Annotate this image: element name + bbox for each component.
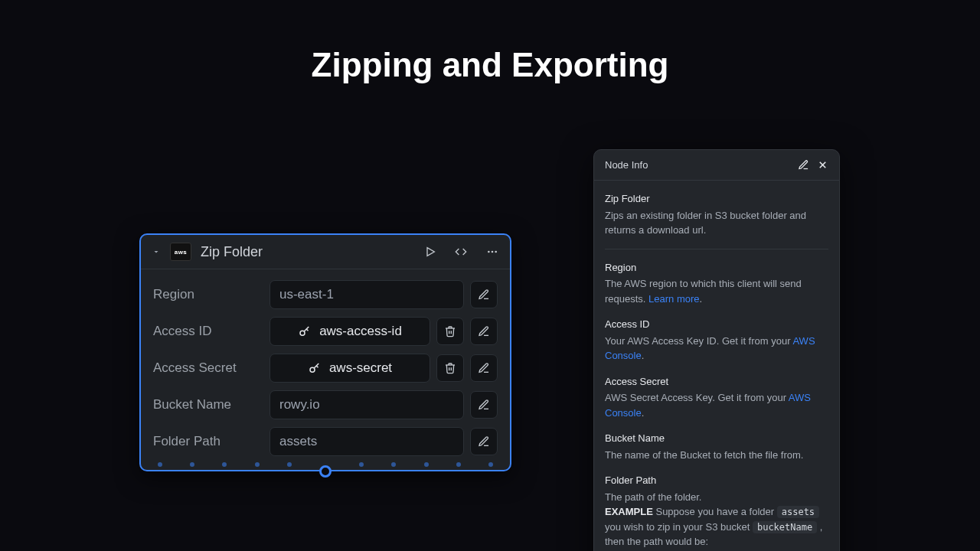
- access-secret-value: aws-secret: [329, 360, 392, 376]
- port-dot[interactable]: [255, 462, 260, 467]
- port-dot[interactable]: [488, 462, 493, 467]
- region-label: Region: [153, 287, 259, 302]
- access-id-value: aws-access-id: [319, 324, 402, 339]
- access-secret-input[interactable]: aws-secret: [270, 354, 430, 383]
- page-title: Zipping and Exporting: [0, 46, 980, 84]
- svg-point-4: [300, 331, 305, 335]
- row-access-id: Access ID aws-access-id: [153, 317, 498, 346]
- info-summary-body: Zips an existing folder in S3 bucket fol…: [605, 208, 828, 238]
- edit-icon[interactable]: [470, 354, 498, 382]
- port-dot[interactable]: [158, 462, 162, 467]
- close-icon[interactable]: [817, 159, 828, 171]
- info-summary-title: Zip Folder: [605, 191, 828, 207]
- port-dot[interactable]: [359, 462, 364, 467]
- edit-icon[interactable]: [470, 428, 498, 455]
- info-access-secret: Access Secret AWS Secret Access Key. Get…: [605, 374, 828, 421]
- info-header: Node Info: [594, 150, 839, 181]
- node-title: Zip Folder: [201, 244, 263, 260]
- info-bucket-name: Bucket Name The name of the Bucket to fe…: [605, 431, 828, 462]
- region-input[interactable]: us-east-1: [270, 280, 464, 309]
- play-icon[interactable]: [424, 246, 436, 258]
- port-dot[interactable]: [456, 462, 461, 467]
- svg-point-2: [492, 251, 494, 253]
- access-secret-label: Access Secret: [153, 360, 259, 376]
- example-label: EXAMPLE: [605, 506, 653, 517]
- edit-icon[interactable]: [470, 391, 498, 419]
- svg-point-5: [310, 367, 315, 372]
- port-dot[interactable]: [287, 462, 292, 467]
- aws-provider-icon: aws: [170, 243, 191, 261]
- node-ports: [141, 462, 510, 474]
- bucket-name-input[interactable]: rowy.io: [270, 390, 464, 419]
- divider: [605, 249, 828, 249]
- bucket-name-label: Bucket Name: [153, 397, 259, 412]
- learn-more-link[interactable]: Learn more: [648, 293, 699, 305]
- key-icon: [308, 361, 322, 375]
- row-bucket-name: Bucket Name rowy.io: [153, 390, 498, 419]
- svg-point-3: [495, 251, 497, 253]
- access-id-input[interactable]: aws-access-id: [270, 317, 430, 346]
- svg-point-1: [488, 251, 490, 253]
- code-icon[interactable]: [453, 246, 469, 258]
- key-icon: [298, 324, 312, 338]
- port-dot[interactable]: [424, 462, 429, 467]
- row-region: Region us-east-1: [153, 280, 498, 309]
- node-header: aws Zip Folder: [141, 235, 510, 269]
- port-dot[interactable]: [391, 462, 396, 467]
- info-access-id: Access ID Your AWS Access Key ID. Get it…: [605, 317, 828, 364]
- edit-icon[interactable]: [470, 318, 498, 345]
- info-folder-path: Folder Path The path of the folder. EXAM…: [605, 473, 828, 551]
- access-id-label: Access ID: [153, 324, 259, 339]
- trash-icon[interactable]: [436, 318, 464, 345]
- inline-code: bucketName: [753, 521, 817, 533]
- folder-path-input[interactable]: assets: [270, 427, 464, 456]
- info-header-title: Node Info: [605, 159, 648, 171]
- trash-icon[interactable]: [436, 354, 464, 382]
- svg-marker-0: [427, 248, 434, 256]
- row-access-secret: Access Secret aws-secret: [153, 354, 498, 383]
- edit-icon[interactable]: [470, 281, 498, 308]
- edit-icon[interactable]: [798, 159, 809, 171]
- more-icon[interactable]: [485, 246, 499, 258]
- folder-path-label: Folder Path: [153, 434, 259, 449]
- info-summary: Zip Folder Zips an existing folder in S3…: [605, 191, 828, 238]
- inline-code: assets: [777, 506, 819, 518]
- node-info-panel: Node Info Zip Folder Zips an existing fo…: [593, 149, 840, 551]
- node-card: aws Zip Folder Region us-east-1: [139, 233, 511, 471]
- port-main[interactable]: [319, 465, 332, 478]
- chevron-down-icon[interactable]: [152, 247, 161, 256]
- port-dot[interactable]: [190, 462, 194, 467]
- info-region: Region The AWS region to which this clie…: [605, 260, 828, 307]
- port-dot[interactable]: [222, 462, 227, 467]
- row-folder-path: Folder Path assets: [153, 427, 498, 456]
